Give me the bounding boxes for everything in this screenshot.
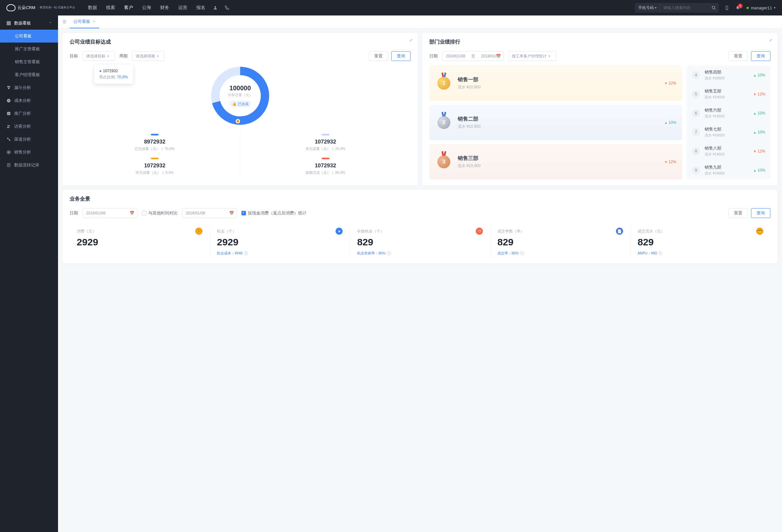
sidebar-item[interactable]: 数据流转记录 [0, 158, 58, 172]
svg-point-10 [9, 126, 10, 127]
menu-icon [6, 124, 11, 129]
chevron-down-icon: ▾ [655, 6, 656, 9]
menu-icon [6, 137, 11, 142]
user-icon[interactable] [213, 5, 218, 10]
search-type-select[interactable]: 手机号码▾ [635, 3, 660, 12]
podium-card: 2销售二部流水 ¥10,900▲10% [429, 105, 682, 140]
compare-checkbox[interactable] [142, 211, 146, 215]
sidebar-item[interactable]: 访客分析 [0, 120, 58, 133]
rank-row: 6销售六部流水 ¥19020▲ 10% [686, 104, 771, 122]
user-menu[interactable]: manager11 ▾ [747, 5, 776, 10]
thumb-icon: 👍 [232, 102, 237, 106]
kpi-icon: 📄 [616, 227, 623, 235]
arrow-down-icon: ▼ [664, 160, 668, 164]
trend-badge: ▼12% [664, 159, 676, 164]
kpi-subtext: 机会成本：¥948 ? [217, 251, 343, 256]
help-icon[interactable]: ? [244, 251, 248, 255]
kpi-icon: 💰 [196, 227, 203, 235]
goal-stat: 1072932超额完成（元） | 89.9% [240, 154, 411, 178]
sidebar-sub-item[interactable]: 推广主管看板 [0, 42, 58, 56]
trend-badge: ▲ 10% [753, 168, 765, 173]
help-icon[interactable]: ? [520, 251, 524, 255]
kpi-subtext: ARPU：¥80 ? [638, 251, 763, 256]
tab-label: 公司看板 [73, 19, 90, 25]
kpi-subtext: 成交率：80% ? [497, 251, 623, 256]
ov-date-label: 日期 [70, 210, 78, 216]
goal-reset-button[interactable]: 重置 [369, 51, 388, 61]
ov-date2-input[interactable]: 2018/01/08📅 [182, 208, 237, 218]
user-name: manager11 [751, 5, 772, 10]
rank-row: 7销售七部流水 ¥19020▲ 10% [686, 122, 771, 142]
chevron-down-icon: ▾ [107, 55, 109, 58]
target-select[interactable]: 请选择目标▾ [82, 51, 115, 61]
status-dot-icon [747, 7, 749, 9]
group-by-select[interactable]: 按工单客户经理统计▾ [508, 51, 557, 61]
trend-badge: ▼12% [664, 81, 676, 85]
search-input[interactable] [660, 5, 709, 10]
notifications-icon[interactable]: 5 [736, 5, 740, 10]
topnav-item[interactable]: 财务 [160, 5, 169, 11]
search-button[interactable] [709, 5, 719, 10]
ov-date-input[interactable]: 2018/01/08📅 [82, 208, 137, 218]
trend-badge: ▲ 10% [753, 111, 765, 115]
notif-badge: 5 [738, 4, 743, 8]
phone-icon[interactable] [225, 5, 229, 10]
sidebar-group-dashboard[interactable]: 数据看板 ⌃ [0, 17, 58, 30]
topnav-item[interactable]: 运营 [178, 5, 187, 11]
brand-logo[interactable]: 云朵CRM 教育机构一站 式服务云平台 [6, 4, 75, 11]
goal-stat: 1072932应完成量（元） | 8.9% [70, 154, 240, 178]
overview-title: 业务全景 [70, 196, 771, 203]
donut-handle-icon [236, 119, 240, 123]
medal-icon: 3 [435, 153, 453, 171]
expand-icon[interactable]: ⤢ [769, 38, 772, 42]
topnav-item[interactable]: 数据 [88, 5, 97, 11]
period-label: 周期 [119, 53, 128, 59]
close-icon[interactable]: × [93, 19, 96, 24]
goal-query-button[interactable]: 查询 [391, 51, 411, 61]
ov-reset-button[interactable]: 重置 [728, 208, 748, 218]
kpi-tile: 成交单数（单）📄829成交率：80% ? [490, 226, 631, 258]
sidebar-sub-item[interactable]: 公司看板 [0, 30, 58, 42]
sidebar-item[interactable]: 成本分析 [0, 94, 58, 107]
topnav-item[interactable]: 报名 [196, 5, 205, 11]
rank-query-button[interactable]: 查询 [751, 51, 771, 61]
ov-query-button[interactable]: 查询 [751, 208, 771, 218]
sidebar-item[interactable]: 推广分析 [0, 107, 58, 120]
rank-date-range[interactable]: 2018/01/08 至 2018/01/08 📅 [442, 51, 504, 61]
sidebar-item[interactable]: 渠道分析 [0, 133, 58, 146]
sidebar-item[interactable]: 漏斗分析 [0, 81, 58, 94]
mobile-icon[interactable] [724, 5, 729, 10]
topnav-item[interactable]: 线索 [106, 5, 115, 11]
sidebar-sub-item[interactable]: 销售主管看板 [0, 56, 58, 68]
help-icon[interactable]: ? [658, 251, 663, 255]
rank-reset-button[interactable]: 重置 [728, 51, 748, 61]
kpi-value: 829 [357, 237, 483, 248]
rank-number: 7 [692, 128, 700, 136]
menu-icon [6, 85, 11, 90]
brand-name: 云朵CRM [17, 5, 35, 11]
sidebar-item[interactable]: 销售分析 [0, 146, 58, 158]
help-icon[interactable]: ? [387, 251, 391, 255]
kpi-value: 829 [497, 237, 623, 248]
menu-icon [6, 98, 11, 103]
sidebar-sub-item[interactable]: 客户经理看板 [0, 68, 58, 81]
menu-icon [6, 163, 11, 167]
period-select[interactable]: 请选择周期▾ [132, 51, 165, 61]
expand-icon[interactable]: ⤢ [410, 38, 413, 42]
target-label: 目标 [70, 53, 78, 59]
rank-number: 8 [692, 147, 700, 155]
goal-stat: 1072932未完成量（元） | 20.9% [240, 131, 411, 154]
tab-company-board[interactable]: 公司看板 × [70, 15, 99, 28]
cash-checkbox[interactable] [242, 211, 246, 215]
collapse-sidebar-button[interactable]: ☰ [63, 19, 66, 24]
chevron-up-icon: ⌃ [49, 22, 51, 25]
donut-chart: 100000 目标总量（元） 👍已达成 [211, 67, 269, 125]
rank-row: 9销售九部流水 ¥19020▲ 10% [686, 161, 771, 180]
svg-rect-4 [9, 22, 10, 23]
arrow-down-icon: ▼ [753, 150, 756, 153]
svg-point-9 [8, 125, 9, 127]
svg-point-1 [712, 6, 715, 9]
topnav-item[interactable]: 公海 [142, 5, 151, 11]
cloud-icon [6, 4, 15, 11]
topnav-item[interactable]: 客户 [124, 5, 133, 11]
